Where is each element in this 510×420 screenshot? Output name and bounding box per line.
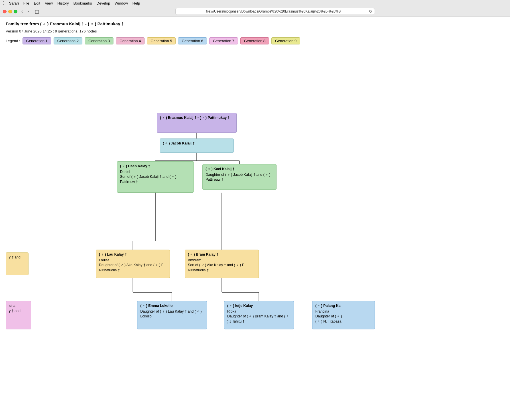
menu-history[interactable]: History (57, 1, 69, 5)
node-palang: ( ♀ ) Palang KaFrancinaDaughter of ( ♂ )… (312, 301, 375, 329)
node-lau-line-0: Louisa (99, 258, 167, 263)
node-lau-title: ( ♀ ) Lau Kalay † (99, 252, 167, 257)
reload-button[interactable]: ↻ (369, 9, 372, 14)
tree-area: ( ♂ ) Erasmus Kalaij † - ( ♀ ) Pattimuka… (6, 50, 505, 417)
node-kaci-line-0: Daughter of ( ♂ ) Jacob Kalaij † and ( ♀… (206, 172, 273, 182)
node-palang-title: ( ♀ ) Palang Ka (315, 303, 372, 309)
node-emma-line-0: Daughter of ( ♀ ) Lau Kalay † and ( ♂ ) … (140, 309, 204, 319)
node-partial_left: y † and (6, 252, 29, 275)
menu-safari[interactable]: Safari (9, 1, 19, 5)
node-bram: ( ♂ ) Bram Kalay †AmbramSon of ( ♂ ) Ako… (185, 250, 259, 278)
page-content: Family tree from ( ♂ ) Erasmus Kalaij † … (0, 17, 510, 417)
node-partial_left-line-0: y † and (9, 255, 25, 260)
legend-item-3: Generation 3 (85, 37, 113, 44)
node-palang-line-2: ( ♀ ) N. Titapasa (315, 319, 372, 324)
node-jacob-title: ( ♂ ) Jacob Kalaij † (163, 141, 231, 146)
node-bram-title: ( ♂ ) Bram Kalay † (188, 252, 256, 257)
node-erasmus: ( ♂ ) Erasmus Kalaij † - ( ♀ ) Pattimuka… (157, 113, 237, 133)
node-palang-line-1: Daughter of ( ♂ ) (315, 314, 372, 319)
node-daan-title: ( ♂ ) Daan Kalay † (120, 164, 191, 169)
node-erasmus-title: ( ♂ ) Erasmus Kalaij † - ( ♀ ) Pattimuka… (160, 115, 233, 121)
node-lau-line-1: Daughter of ( ♂ ) Ako Kalay † and ( ♀ ) … (99, 263, 167, 273)
legend-item-7: Generation 7 (209, 37, 238, 44)
node-daan: ( ♂ ) Daan Kalay †DanielSon of ( ♂ ) Jac… (117, 161, 194, 193)
node-daan-line-0: Daniel (120, 170, 191, 175)
page-title: Family tree from ( ♂ ) Erasmus Kalaij † … (6, 21, 504, 26)
node-ietje-line-1: Daughter of ( ♂ ) Bram Kalay † and ( ♀ )… (227, 314, 291, 324)
menu-window[interactable]: Window (115, 1, 128, 5)
apple-logo-icon:  (3, 1, 5, 6)
legend-item-5: Generation 5 (147, 37, 176, 44)
menu-file[interactable]: File (23, 1, 29, 5)
node-ietje-line-0: Ribka (227, 309, 291, 314)
sidebar-button[interactable]: ◫ (33, 8, 41, 15)
menu-view[interactable]: View (45, 1, 53, 5)
traffic-lights (3, 10, 17, 13)
minimize-button[interactable] (8, 10, 12, 13)
toolbar: ‹ › ◫ file:///Users/nicojansen/Downloads… (0, 6, 510, 17)
legend-item-9: Generation 9 (271, 37, 300, 44)
node-bram-line-1: Son of ( ♂ ) Ako Kalay † and ( ♀ ) F Rir… (188, 263, 256, 273)
forward-button[interactable]: › (26, 8, 31, 15)
node-bram-line-0: Ambram (188, 258, 256, 263)
back-button[interactable]: ‹ (20, 8, 25, 15)
connector-lines (6, 50, 505, 417)
node-kaci: ( ♀ ) Kaci Kalaij †Daughter of ( ♂ ) Jac… (202, 164, 277, 190)
maximize-button[interactable] (14, 10, 17, 13)
menu-edit[interactable]: Edit (34, 1, 40, 5)
node-emma: ( ♀ ) Emma LokolloDaughter of ( ♀ ) Lau … (137, 301, 207, 329)
menu-develop[interactable]: Develop (97, 1, 110, 5)
node-ietje: ( ♀ ) Ietje KalayRibkaDaughter of ( ♂ ) … (224, 301, 294, 329)
version-info: Version 07 June 2020 14:25 : 9 generatio… (6, 29, 504, 33)
menu-help[interactable]: Help (133, 1, 140, 5)
node-partial_sina-line-0: sina (9, 303, 28, 309)
legend-item-6: Generation 6 (178, 37, 207, 44)
node-ietje-title: ( ♀ ) Ietje Kalay (227, 303, 291, 309)
legend: Legend : Generation 1Generation 2Generat… (6, 37, 504, 44)
node-palang-line-0: Francina (315, 309, 372, 314)
node-jacob: ( ♂ ) Jacob Kalaij † (160, 138, 234, 153)
nav-buttons: ‹ › (20, 8, 31, 15)
legend-item-8: Generation 8 (240, 37, 269, 44)
legend-label: Legend : (6, 39, 20, 43)
node-partial_sina: sinay † and (6, 301, 31, 329)
address-text: file:///Users/nicojansen/Downloads/Gramp… (178, 9, 369, 13)
node-kaci-title: ( ♀ ) Kaci Kalaij † (206, 167, 273, 172)
close-button[interactable] (3, 10, 7, 13)
browser-chrome:  Safari File Edit View History Bookmark… (0, 0, 510, 17)
node-partial_sina-line-1: y † and (9, 309, 28, 314)
legend-item-2: Generation 2 (54, 37, 82, 44)
menu-bookmarks[interactable]: Bookmarks (74, 1, 92, 5)
menu-bar:  Safari File Edit View History Bookmark… (0, 0, 510, 6)
legend-item-4: Generation 4 (116, 37, 145, 44)
node-emma-title: ( ♀ ) Emma Lokollo (140, 303, 204, 309)
node-lau: ( ♀ ) Lau Kalay †LouisaDaughter of ( ♂ )… (96, 250, 170, 278)
address-bar[interactable]: file:///Users/nicojansen/Downloads/Gramp… (175, 8, 375, 15)
node-daan-line-1: Son of ( ♂ ) Jacob Kalaij † and ( ♀ ) Pa… (120, 174, 191, 184)
legend-item-1: Generation 1 (23, 37, 51, 44)
